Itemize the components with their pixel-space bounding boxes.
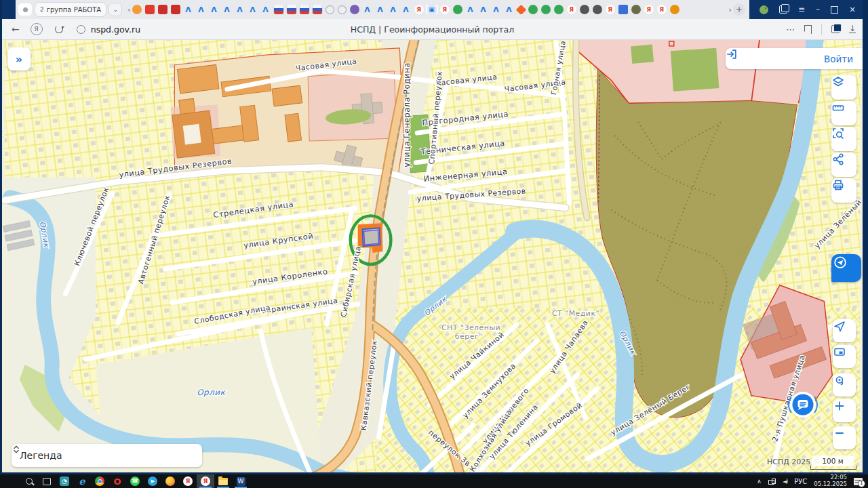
ya-favicon[interactable]: Я (644, 5, 654, 14)
ya-favicon[interactable]: Я (414, 5, 424, 14)
search-place-button[interactable] (833, 373, 856, 396)
a-favicon[interactable]: Λ (184, 5, 193, 14)
yandex-services-icon[interactable]: Я (31, 23, 43, 35)
a-favicon[interactable]: Λ (248, 5, 258, 14)
purple-favicon[interactable] (350, 5, 359, 14)
ya-favicon[interactable]: Я (606, 5, 615, 14)
a-favicon[interactable]: Λ (505, 5, 514, 14)
tab-dropdown-icon[interactable]: ⌄ (108, 3, 122, 16)
clock-favicon[interactable] (326, 5, 334, 14)
taskbar-ie-icon[interactable]: e (73, 474, 91, 488)
zoom-out-button[interactable] (833, 426, 856, 449)
tabs-overflow-icon[interactable]: › (729, 5, 732, 14)
pinned-tabs[interactable]: ΛΛΛΛΛΛΛΛΛΛΛЯ▣ЯΛΛΛΛЯЯЯЯ (132, 5, 728, 14)
taskbar-telegram-icon[interactable]: ▶ (144, 474, 161, 488)
taskbar-whatsapp-icon[interactable]: ☎ (126, 474, 144, 488)
ya-favicon[interactable]: Я (440, 5, 450, 14)
a-favicon[interactable]: Λ (197, 5, 206, 14)
a-favicon[interactable]: Λ (363, 5, 372, 14)
dots-favicon[interactable] (554, 5, 564, 14)
downloads-icon[interactable]: ↓ (849, 25, 856, 33)
dark-favicon[interactable] (580, 5, 589, 14)
active-tab[interactable]: 2 группа РАБОТА (35, 2, 106, 17)
dots-favicon[interactable] (453, 5, 462, 14)
a-favicon[interactable]: Λ (376, 5, 385, 14)
side-panel-icon[interactable] (779, 5, 787, 14)
locate-me-button[interactable] (833, 319, 856, 342)
select-area-button[interactable] (831, 127, 856, 151)
act-favicon[interactable]: ▣ (427, 5, 437, 14)
language-indicator[interactable]: РУС (794, 478, 807, 485)
legend-panel[interactable]: Легенда (12, 444, 202, 467)
a-favicon[interactable]: Λ (479, 5, 488, 14)
login-bar[interactable]: Войти (726, 48, 863, 69)
volume-icon[interactable]: ◄) (783, 479, 787, 485)
a-favicon[interactable]: Λ (210, 5, 219, 14)
minimap-button[interactable] (833, 345, 856, 368)
chat-button[interactable] (787, 388, 819, 421)
clock-favicon[interactable] (338, 5, 347, 14)
expand-panel-button[interactable]: » (7, 47, 31, 70)
dark-favicon[interactable] (593, 5, 602, 14)
taskbar-opera-icon[interactable]: O (108, 474, 126, 488)
site-info-icon[interactable] (77, 25, 85, 34)
new-tab-button[interactable]: + (733, 3, 745, 16)
paw-favicon[interactable] (670, 5, 679, 14)
url-text[interactable]: nspd.gov.ru (91, 24, 140, 35)
more-actions-icon[interactable]: ⋯ (786, 24, 795, 35)
notifications-icon[interactable]: 1 (854, 478, 863, 485)
ya-favicon[interactable]: Я (657, 5, 667, 14)
collapse-chevrons-icon[interactable] (12, 444, 21, 455)
a-favicon[interactable]: Λ (492, 5, 501, 14)
a-favicon[interactable]: Λ (235, 5, 245, 14)
flag-favicon[interactable] (313, 5, 322, 14)
network-icon[interactable] (768, 479, 776, 485)
shield-favicon[interactable] (132, 5, 142, 14)
a-favicon[interactable]: Λ (466, 5, 475, 14)
menu-icon[interactable]: ≡ (798, 5, 805, 14)
diam-favicon[interactable] (515, 5, 526, 14)
dots-favicon[interactable] (528, 5, 538, 14)
layers-button[interactable] (831, 75, 856, 100)
taskbar-timer-icon[interactable]: ◔ (56, 474, 73, 488)
map-canvas[interactable]: Часовая улицаЧасовая улицаЧасовая улицаГ… (2, 40, 863, 472)
flag-favicon[interactable] (274, 5, 283, 14)
dark-favicon[interactable] (631, 5, 641, 14)
collections-icon[interactable] (831, 25, 840, 33)
zoom-in-button[interactable] (833, 399, 856, 422)
a-favicon[interactable]: Λ (222, 5, 232, 14)
taskbar-yandex-icon[interactable]: Я (197, 474, 214, 488)
tab-groups-icon[interactable] (18, 3, 32, 16)
back-button[interactable]: ← (12, 24, 20, 35)
dots-favicon[interactable] (541, 5, 551, 14)
taskbar-start-icon[interactable] (3, 474, 20, 488)
a-favicon[interactable]: Λ (389, 5, 398, 14)
cal-favicon[interactable] (171, 5, 180, 14)
taskbar-yandex-icon[interactable]: Я (179, 474, 197, 488)
a-favicon[interactable]: Λ (401, 5, 411, 14)
assistant-button[interactable] (831, 254, 861, 282)
taskbar-explorer-icon[interactable] (214, 474, 232, 488)
minimize-button[interactable]: – (816, 5, 820, 14)
mon-favicon[interactable] (618, 5, 628, 14)
reload-icon[interactable] (55, 25, 63, 33)
taskbar-chrome-icon[interactable] (91, 474, 108, 488)
taskbar-taskview-icon[interactable] (38, 474, 56, 488)
ya-favicon[interactable]: Я (567, 5, 576, 14)
a-favicon[interactable]: Λ (261, 5, 271, 14)
measure-button[interactable] (831, 101, 856, 125)
flag-favicon[interactable] (300, 5, 309, 14)
tray-expand-icon[interactable]: ∧ (757, 478, 762, 485)
mail-favicon[interactable] (145, 5, 155, 14)
maximize-button[interactable] (831, 6, 838, 14)
taskbar-word-icon[interactable]: W (232, 474, 250, 488)
dino-extension-icon[interactable] (760, 5, 768, 14)
taskbar-search-icon[interactable] (20, 474, 38, 488)
clock[interactable]: 22:05 05.12.2025 (814, 474, 847, 488)
print-button[interactable] (831, 178, 856, 203)
bookmark-icon[interactable] (804, 25, 812, 34)
flag-favicon[interactable] (287, 5, 296, 14)
close-button[interactable]: × (849, 5, 856, 14)
cal-favicon[interactable] (158, 5, 167, 14)
taskbar-firefox-icon[interactable] (161, 474, 179, 488)
